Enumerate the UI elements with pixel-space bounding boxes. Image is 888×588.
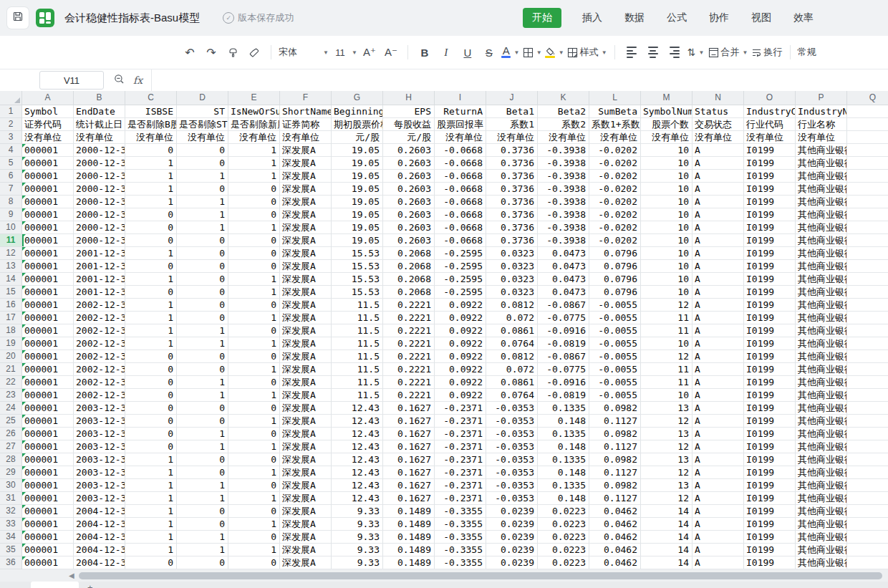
cell-A1[interactable]: Symbol (22, 105, 74, 118)
cell-H10[interactable]: 0.2603 (383, 221, 435, 234)
menu-tab-formula[interactable]: 公式 (665, 8, 688, 28)
cell-I19[interactable]: 0.0922 (435, 337, 486, 350)
cell-F13[interactable]: 深发展A (280, 260, 332, 273)
cell-D34[interactable]: 1 (177, 531, 228, 544)
cell-C30[interactable]: 1 (125, 479, 177, 492)
menu-tab-home[interactable]: 开始 (523, 8, 561, 28)
row-header-30[interactable]: 30 (0, 479, 22, 492)
active-sheet-tab[interactable] (31, 582, 79, 588)
cell-L15[interactable]: 0.0796 (589, 286, 641, 299)
cell-E31[interactable]: 1 (228, 492, 280, 505)
cell-F33[interactable]: 深发展A (280, 518, 332, 531)
cell-F23[interactable]: 深发展A (280, 389, 332, 402)
cell-C31[interactable]: 1 (125, 492, 177, 505)
cell-L32[interactable]: 0.0462 (589, 505, 641, 518)
cell-G4[interactable]: 19.05 (332, 144, 383, 157)
cell-N34[interactable]: A (692, 531, 744, 544)
cell-B19[interactable]: 2002-12-31 (74, 337, 125, 350)
cell-D5[interactable]: 0 (177, 157, 228, 170)
cell-I31[interactable]: -0.2371 (435, 492, 486, 505)
app-logo-icon[interactable] (36, 9, 54, 27)
cell-L23[interactable]: -0.0055 (589, 389, 641, 402)
cell-A30[interactable]: 000001 (22, 479, 74, 492)
cell-J4[interactable]: 0.3736 (486, 144, 538, 157)
column-header-J[interactable]: J (486, 91, 538, 105)
cell-E14[interactable]: 1 (228, 273, 280, 286)
cell-M27[interactable]: 12 (641, 440, 692, 453)
cell-G16[interactable]: 11.5 (332, 299, 383, 312)
cell-F19[interactable]: 深发展A (280, 337, 332, 350)
cell-A10[interactable]: 000001 (22, 221, 74, 234)
cell-D11[interactable]: 0 (177, 234, 228, 247)
cell-E11[interactable]: 0 (228, 234, 280, 247)
vertical-align-button[interactable]: ⇅ ▼ (687, 42, 705, 62)
cell-H18[interactable]: 0.2221 (383, 324, 435, 337)
cell-P19[interactable]: 其他商业银行 (796, 337, 847, 350)
cell-M21[interactable]: 11 (641, 363, 692, 376)
cell-F24[interactable]: 深发展A (280, 402, 332, 415)
cell-Q20[interactable] (847, 350, 888, 363)
menu-tab-data[interactable]: 数据 (623, 8, 646, 28)
cell-H28[interactable]: 0.1627 (383, 453, 435, 466)
clear-format-button[interactable] (245, 42, 264, 62)
cell-C3[interactable]: 没有单位 (125, 131, 177, 144)
cell-B10[interactable]: 2000-12-31 (74, 221, 125, 234)
cell-N25[interactable]: A (692, 415, 744, 428)
cell-G18[interactable]: 11.5 (332, 324, 383, 337)
cell-K21[interactable]: -0.0775 (538, 363, 589, 376)
cell-I23[interactable]: 0.0922 (435, 389, 486, 402)
cell-K32[interactable]: 0.0223 (538, 505, 589, 518)
cell-O16[interactable]: I0199 (744, 299, 796, 312)
cell-P24[interactable]: 其他商业银行 (796, 402, 847, 415)
cell-H34[interactable]: 0.1489 (383, 531, 435, 544)
cell-N33[interactable]: A (692, 518, 744, 531)
cell-Q2[interactable] (847, 118, 888, 131)
cell-C5[interactable]: 1 (125, 157, 177, 170)
cell-Q13[interactable] (847, 260, 888, 273)
cell-C12[interactable]: 1 (125, 247, 177, 260)
cell-H21[interactable]: 0.2221 (383, 363, 435, 376)
cell-P35[interactable]: 其他商业银行 (796, 544, 847, 556)
cell-C22[interactable]: 0 (125, 376, 177, 389)
cell-M19[interactable]: 10 (641, 337, 692, 350)
cell-K11[interactable]: -0.3938 (538, 234, 589, 247)
cell-I16[interactable]: 0.0922 (435, 299, 486, 312)
column-header-I[interactable]: I (435, 91, 486, 105)
cell-J22[interactable]: 0.0861 (486, 376, 538, 389)
cell-L18[interactable]: -0.0055 (589, 324, 641, 337)
cell-L12[interactable]: 0.0796 (589, 247, 641, 260)
wrap-text-button[interactable]: 换行 (751, 42, 783, 62)
cell-K28[interactable]: 0.1335 (538, 453, 589, 466)
cell-I20[interactable]: 0.0922 (435, 350, 486, 363)
cell-D25[interactable]: 0 (177, 415, 228, 428)
cell-L11[interactable]: -0.0202 (589, 234, 641, 247)
cell-Q23[interactable] (847, 389, 888, 402)
cell-O34[interactable]: I0199 (744, 531, 796, 544)
fill-color-button[interactable]: ▼ (545, 42, 564, 62)
cell-M33[interactable]: 14 (641, 518, 692, 531)
cell-B14[interactable]: 2001-12-31 (74, 273, 125, 286)
cell-A12[interactable]: 000001 (22, 247, 74, 260)
cell-F1[interactable]: ShortName (280, 105, 332, 118)
cell-F30[interactable]: 深发展A (280, 479, 332, 492)
cell-B13[interactable]: 2001-12-31 (74, 260, 125, 273)
cell-H3[interactable]: 元/股 (383, 131, 435, 144)
cell-A3[interactable]: 没有单位 (22, 131, 74, 144)
cell-E23[interactable]: 1 (228, 389, 280, 402)
cell-J13[interactable]: 0.0323 (486, 260, 538, 273)
cell-F5[interactable]: 深发展A (280, 157, 332, 170)
cell-L5[interactable]: -0.0202 (589, 157, 641, 170)
cell-L25[interactable]: 0.1127 (589, 415, 641, 428)
cell-F7[interactable]: 深发展A (280, 183, 332, 196)
format-painter-button[interactable] (223, 42, 242, 62)
column-header-A[interactable]: A (22, 91, 74, 105)
cell-E35[interactable]: 1 (228, 544, 280, 556)
cell-M15[interactable]: 10 (641, 286, 692, 299)
cell-G13[interactable]: 15.53 (332, 260, 383, 273)
cell-Q5[interactable] (847, 157, 888, 170)
cell-M5[interactable]: 10 (641, 157, 692, 170)
cell-D14[interactable]: 0 (177, 273, 228, 286)
row-header-33[interactable]: 33 (0, 518, 22, 531)
cell-N13[interactable]: A (692, 260, 744, 273)
cell-E9[interactable]: 0 (228, 208, 280, 221)
